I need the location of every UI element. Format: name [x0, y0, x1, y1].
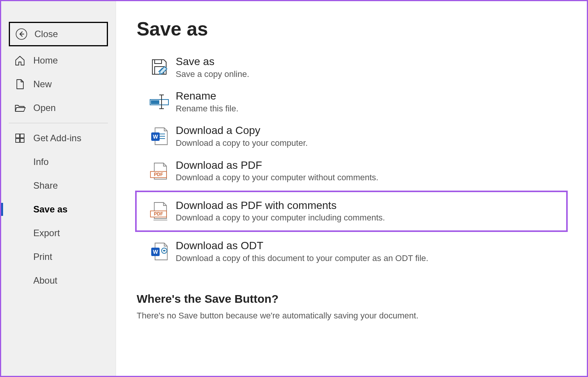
option-save-as[interactable]: Save as Save a copy online. [137, 50, 566, 85]
footer-section: Where's the Save Button? There's no Save… [137, 292, 566, 321]
odt-file-icon: W [143, 242, 176, 261]
option-download-odt[interactable]: W Download as ODT Download a copy of thi… [137, 234, 566, 269]
option-download-pdf[interactable]: PDF Download as PDF Download a copy to y… [137, 154, 566, 188]
option-desc: Download a copy to your computer. [176, 138, 563, 149]
option-title: Download as ODT [176, 239, 563, 252]
sidebar: Close Home New [1, 1, 116, 376]
nav-label-saveas: Save as [33, 204, 67, 215]
option-desc: Download a copy to your computer includi… [176, 212, 563, 224]
option-text: Download a Copy Download a copy to your … [176, 124, 563, 149]
option-text: Rename Rename this file. [176, 90, 563, 114]
nav-label-addins: Get Add-ins [33, 133, 81, 144]
nav-save-as[interactable]: Save as [9, 197, 108, 221]
nav-export[interactable]: Export [9, 221, 108, 245]
option-download-copy[interactable]: W Download a Copy Download a copy to you… [137, 119, 566, 153]
nav-label-print: Print [33, 251, 52, 262]
nav-label-about: About [33, 275, 57, 286]
footer-heading: Where's the Save Button? [137, 292, 566, 305]
svg-rect-4 [16, 139, 20, 142]
option-text: Download as PDF with comments Download a… [176, 199, 563, 224]
svg-rect-9 [151, 100, 159, 104]
close-button[interactable]: Close [9, 22, 108, 46]
rename-icon [143, 93, 176, 111]
nav-new[interactable]: New [9, 72, 108, 96]
word-file-icon: W [143, 126, 176, 146]
svg-rect-2 [16, 134, 20, 138]
main-panel: Save as Save as Save a copy online. [116, 1, 587, 376]
pdf-file-icon: PDF [143, 162, 176, 181]
option-title: Download a Copy [176, 124, 563, 137]
backstage-window: Close Home New [0, 0, 588, 377]
svg-text:PDF: PDF [154, 172, 163, 177]
option-text: Download as PDF Download a copy to your … [176, 159, 563, 183]
nav-label-share: Share [33, 180, 58, 191]
option-desc: Rename this file. [176, 103, 563, 114]
nav-home[interactable]: Home [9, 49, 108, 72]
back-arrow-icon [15, 28, 34, 40]
save-as-icon [143, 57, 176, 77]
option-title: Download as PDF [176, 159, 563, 172]
home-icon [14, 55, 33, 66]
option-desc: Download a copy of this document to your… [176, 253, 563, 264]
nav-label-info: Info [33, 157, 49, 167]
option-download-pdf-comments[interactable]: PDF Download as PDF with comments Downlo… [135, 191, 568, 232]
option-title: Download as PDF with comments [176, 199, 563, 212]
nav-divider [9, 123, 108, 123]
page-title: Save as [137, 18, 566, 40]
footer-body: There's no Save button because we're aut… [137, 311, 566, 321]
option-rename[interactable]: Rename Rename this file. [137, 85, 566, 119]
nav-label-home: Home [33, 55, 58, 66]
folder-open-icon [14, 102, 33, 114]
option-text: Save as Save a copy online. [176, 55, 563, 80]
svg-text:W: W [153, 249, 158, 255]
nav-about[interactable]: About [9, 269, 108, 292]
nav-info[interactable]: Info [9, 150, 108, 174]
option-desc: Save a copy online. [176, 69, 563, 80]
addins-icon [14, 132, 33, 144]
nav-open[interactable]: Open [9, 96, 108, 120]
nav-share[interactable]: Share [9, 174, 108, 197]
file-icon [14, 78, 33, 90]
option-title: Rename [176, 90, 563, 103]
option-desc: Download a copy to your computer without… [176, 172, 563, 183]
svg-rect-5 [20, 139, 24, 142]
svg-text:PDF: PDF [154, 211, 163, 217]
nav-print[interactable]: Print [9, 245, 108, 269]
nav-get-addins[interactable]: Get Add-ins [9, 126, 108, 150]
svg-rect-6 [155, 60, 162, 64]
nav-label-new: New [33, 79, 52, 90]
pdf-comments-icon: PDF [143, 201, 176, 222]
option-title: Save as [176, 55, 563, 68]
svg-text:W: W [153, 134, 158, 140]
nav-label-export: Export [33, 228, 60, 238]
nav-label-close: Close [34, 29, 58, 39]
svg-rect-3 [20, 134, 24, 138]
nav-label-open: Open [33, 103, 56, 113]
option-text: Download as ODT Download a copy of this … [176, 239, 563, 264]
